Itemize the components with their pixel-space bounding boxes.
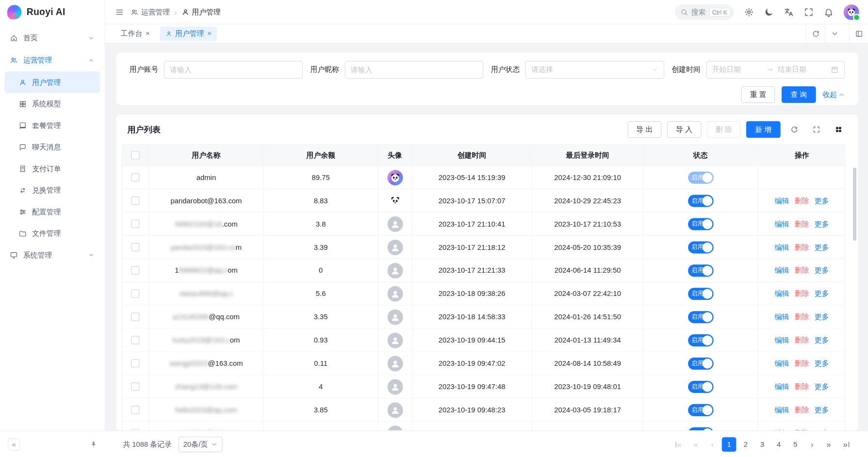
last-page-button[interactable]: » bbox=[838, 437, 852, 452]
more-link[interactable]: 更多 bbox=[815, 265, 829, 276]
row-checkbox[interactable] bbox=[131, 382, 139, 391]
notification-bell-icon[interactable] bbox=[824, 7, 834, 17]
delete-link[interactable]: 删除 bbox=[795, 196, 809, 206]
delete-link[interactable]: 删除 bbox=[795, 265, 809, 276]
sidebar-toggle-button[interactable] bbox=[115, 7, 124, 16]
status-toggle[interactable]: 启用 bbox=[688, 404, 713, 416]
edit-link[interactable]: 编辑 bbox=[775, 196, 789, 206]
add-button[interactable]: 新 增 bbox=[746, 121, 780, 138]
status-toggle[interactable]: 启用 bbox=[688, 195, 713, 207]
row-checkbox[interactable] bbox=[131, 406, 139, 414]
delete-button[interactable]: 删 除 bbox=[707, 121, 741, 138]
close-icon[interactable]: × bbox=[146, 30, 150, 37]
edit-link[interactable]: 编辑 bbox=[775, 242, 789, 252]
tab-workbench[interactable]: 工作台 × bbox=[115, 26, 155, 41]
page-button-4[interactable]: 4 bbox=[771, 437, 786, 452]
delete-link[interactable]: 删除 bbox=[795, 312, 809, 322]
prev-page-button[interactable]: ‹ bbox=[705, 437, 720, 452]
more-link[interactable]: 更多 bbox=[815, 382, 829, 392]
sidebar-item-system[interactable]: 系统管理 bbox=[4, 244, 100, 266]
user-avatar[interactable] bbox=[844, 4, 859, 20]
translate-icon[interactable] bbox=[784, 7, 794, 17]
page-size-select[interactable]: 20条/页 bbox=[179, 437, 223, 452]
layout-toggle-button[interactable] bbox=[849, 24, 868, 43]
more-link[interactable]: 更多 bbox=[815, 405, 829, 415]
close-icon[interactable]: × bbox=[207, 30, 212, 37]
status-toggle[interactable]: 启用 bbox=[688, 241, 713, 253]
more-link[interactable]: 更多 bbox=[815, 196, 829, 206]
status-toggle[interactable]: 启用 bbox=[688, 311, 713, 323]
row-checkbox[interactable] bbox=[131, 313, 139, 321]
pin-icon[interactable] bbox=[90, 441, 98, 448]
more-link[interactable]: 更多 bbox=[815, 312, 829, 322]
more-link[interactable]: 更多 bbox=[815, 335, 829, 345]
row-checkbox[interactable] bbox=[131, 243, 139, 251]
edit-link[interactable]: 编辑 bbox=[775, 219, 789, 229]
page-button-2[interactable]: 2 bbox=[738, 437, 753, 452]
column-settings-button[interactable] bbox=[830, 121, 847, 138]
delete-link[interactable]: 删除 bbox=[795, 359, 809, 369]
sidebar-item-operations[interactable]: 运营管理 bbox=[4, 49, 100, 72]
page-button-3[interactable]: 3 bbox=[755, 437, 770, 452]
sidebar-subitem[interactable]: 文件管理 bbox=[4, 223, 100, 244]
select-all-checkbox[interactable] bbox=[131, 151, 139, 159]
next-page-button[interactable]: › bbox=[805, 437, 819, 452]
sidebar-subitem[interactable]: 系统模型 bbox=[4, 93, 100, 114]
created-daterange[interactable]: 开始日期 结束日期 bbox=[706, 61, 845, 79]
breadcrumb-item-usermgmt[interactable]: 用户管理 bbox=[181, 7, 221, 17]
sidebar-subitem[interactable]: 支付订单 bbox=[4, 158, 100, 179]
status-toggle[interactable]: 启用 bbox=[688, 288, 713, 300]
sidebar-item-home[interactable]: 首页 bbox=[4, 27, 100, 49]
edit-link[interactable]: 编辑 bbox=[775, 289, 789, 299]
row-checkbox[interactable] bbox=[131, 359, 139, 367]
sidebar-subitem[interactable]: 用户管理 bbox=[4, 71, 100, 93]
account-input[interactable] bbox=[170, 65, 296, 74]
delete-link[interactable]: 删除 bbox=[795, 242, 809, 252]
status-toggle[interactable]: 启用 bbox=[688, 380, 713, 392]
edit-link[interactable]: 编辑 bbox=[775, 312, 789, 322]
export-button[interactable]: 导 出 bbox=[627, 121, 661, 138]
breadcrumb-item-operations[interactable]: 运营管理 bbox=[131, 7, 170, 17]
reset-button[interactable]: 重 置 bbox=[741, 86, 775, 103]
edit-link[interactable]: 编辑 bbox=[775, 335, 789, 345]
refresh-page-button[interactable] bbox=[806, 24, 825, 43]
fullscreen-table-button[interactable] bbox=[808, 121, 825, 138]
refresh-table-button[interactable] bbox=[786, 121, 802, 138]
delete-link[interactable]: 删除 bbox=[795, 335, 809, 345]
query-button[interactable]: 查 询 bbox=[782, 86, 816, 103]
edit-link[interactable]: 编辑 bbox=[775, 359, 789, 369]
delete-link[interactable]: 删除 bbox=[795, 219, 809, 229]
more-link[interactable]: 更多 bbox=[815, 359, 829, 369]
sidebar-collapse-button[interactable]: « bbox=[8, 438, 20, 450]
back-5-pages-button[interactable]: « bbox=[688, 437, 703, 452]
row-checkbox[interactable] bbox=[131, 173, 139, 181]
sidebar-subitem[interactable]: 聊天消息 bbox=[4, 136, 100, 158]
import-button[interactable]: 导 入 bbox=[667, 121, 701, 138]
tab-menu-button[interactable] bbox=[825, 24, 844, 43]
sidebar-subitem[interactable]: 套餐管理 bbox=[4, 114, 100, 136]
edit-link[interactable]: 编辑 bbox=[775, 382, 789, 392]
sidebar-subitem[interactable]: 兑换管理 bbox=[4, 180, 100, 201]
page-button-1[interactable]: 1 bbox=[722, 437, 737, 452]
row-checkbox[interactable] bbox=[131, 266, 139, 275]
status-toggle[interactable]: 启用 bbox=[688, 427, 713, 430]
first-page-button[interactable]: « bbox=[672, 437, 687, 452]
sidebar-subitem[interactable]: 配置管理 bbox=[4, 201, 100, 222]
edit-link[interactable]: 编辑 bbox=[775, 265, 789, 276]
page-button-5[interactable]: 5 bbox=[788, 437, 803, 452]
collapse-filter-link[interactable]: 收起 bbox=[822, 90, 845, 100]
fullscreen-icon[interactable] bbox=[804, 7, 814, 17]
forward-5-pages-button[interactable]: » bbox=[821, 437, 836, 452]
status-toggle[interactable]: 启用 bbox=[688, 171, 713, 183]
row-checkbox[interactable] bbox=[131, 196, 139, 205]
delete-link[interactable]: 删除 bbox=[795, 382, 809, 392]
tab-usermgmt[interactable]: 用户管理 × bbox=[160, 26, 217, 41]
status-toggle[interactable]: 启用 bbox=[688, 264, 713, 277]
status-toggle[interactable]: 启用 bbox=[688, 218, 713, 230]
edit-link[interactable]: 编辑 bbox=[775, 405, 789, 415]
table-scrollbar[interactable] bbox=[853, 168, 856, 241]
theme-moon-icon[interactable] bbox=[764, 7, 774, 17]
global-search-button[interactable]: 搜索 Ctrl K bbox=[674, 4, 734, 20]
status-toggle[interactable]: 启用 bbox=[688, 357, 713, 369]
status-toggle[interactable]: 启用 bbox=[688, 334, 713, 346]
